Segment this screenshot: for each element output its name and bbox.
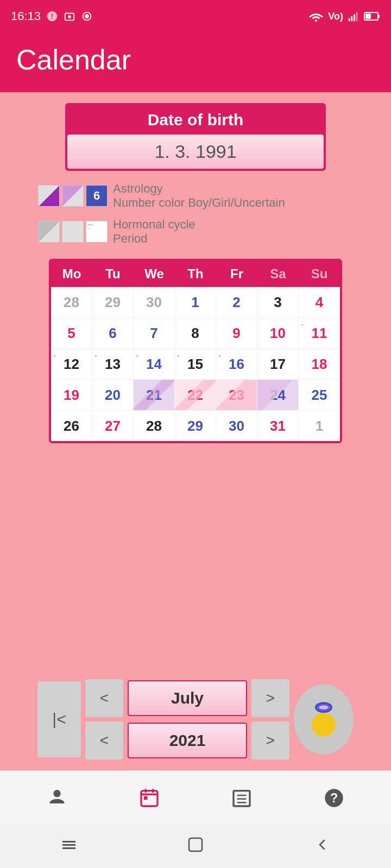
calendar-row-3: .. 12 .. 13 .. 14 .. 15 .. 16 <box>51 349 340 380</box>
col-we: We <box>134 264 175 284</box>
cell-3[interactable]: 3 <box>257 287 299 317</box>
system-home-button[interactable] <box>187 836 204 857</box>
svg-rect-31 <box>189 838 202 851</box>
svg-rect-6 <box>351 16 352 21</box>
legend-row-astrology: 6 Astrology Number color Boy/Girl/Uncert… <box>38 182 285 210</box>
cell-29[interactable]: 29 <box>175 411 216 441</box>
dob-label: Date of birth <box>67 105 324 135</box>
baby-icon <box>305 698 343 741</box>
cell-30[interactable]: 30 <box>216 411 257 441</box>
cell-4[interactable]: 4 <box>299 287 340 317</box>
svg-rect-30 <box>62 847 75 849</box>
svg-rect-15 <box>321 714 326 722</box>
swatch-light-grey <box>62 221 84 242</box>
cell-14[interactable]: .. 14 <box>134 349 175 379</box>
system-back-button[interactable] <box>313 836 331 857</box>
svg-rect-29 <box>62 844 75 846</box>
cell-18[interactable]: 18 <box>299 349 340 379</box>
cell-12[interactable]: .. 12 <box>51 349 92 379</box>
cell-2[interactable]: 2 <box>216 287 257 317</box>
baby-button[interactable] <box>294 684 354 755</box>
legend-icons-hormonal: .. <box>38 221 108 242</box>
first-month-button[interactable]: |< <box>37 681 81 757</box>
calendar-row-1: 28 29 30 1 2 3 4 <box>51 287 340 318</box>
swatch-number: 6 <box>86 185 108 207</box>
dob-container[interactable]: Date of birth 1. 3. 1991 <box>65 103 326 171</box>
cell-16[interactable]: .. 16 <box>216 349 257 379</box>
cell-1[interactable]: 1 <box>175 287 216 317</box>
cell-22[interactable]: 22 <box>175 380 216 410</box>
cell-29-prev[interactable]: 29 <box>92 287 134 317</box>
header: Calendar <box>0 33 391 92</box>
nav-person[interactable] <box>35 783 79 813</box>
record-icon <box>81 10 93 22</box>
nav-help[interactable]: ? <box>312 783 356 813</box>
cell-30-prev[interactable]: 30 <box>134 287 175 317</box>
legend-period-text: Period <box>113 232 195 246</box>
cell-10[interactable]: 10 <box>257 318 299 348</box>
cell-6[interactable]: 6 <box>92 318 134 348</box>
main-content: Date of birth 1. 3. 1991 6 Astrology Num… <box>0 92 391 668</box>
next-month-button[interactable]: > <box>251 679 289 717</box>
cell-28-prev[interactable]: 28 <box>51 287 92 317</box>
legend-number-color-text: Number color Boy/Girl/Uncertain <box>113 196 285 210</box>
status-time: 16:13 <box>11 9 41 23</box>
cell-13[interactable]: .. 13 <box>92 349 134 379</box>
legend-hormonal-text: Hormonal cycle <box>113 218 195 232</box>
svg-rect-11 <box>365 14 371 19</box>
cell-9[interactable]: 9 <box>216 318 257 348</box>
status-left: 16:13 <box>11 9 93 23</box>
bottom-nav: ? <box>0 770 391 825</box>
cell-27[interactable]: 27 <box>92 411 134 441</box>
bottom-controls: |< < July > < 2021 > <box>0 668 391 770</box>
cell-25[interactable]: 25 <box>299 380 340 410</box>
cell-11[interactable]: .. 11 <box>299 318 340 348</box>
svg-rect-5 <box>349 18 350 21</box>
nav-list[interactable] <box>220 783 263 813</box>
cell-31[interactable]: 31 <box>257 411 299 441</box>
svg-rect-7 <box>354 14 355 21</box>
col-sa: Sa <box>257 264 299 284</box>
cell-5[interactable]: 5 <box>51 318 92 348</box>
cell-7[interactable]: 7 <box>134 318 175 348</box>
svg-point-13 <box>318 705 329 710</box>
month-display[interactable]: July <box>128 680 247 716</box>
cell-20[interactable]: 20 <box>92 380 134 410</box>
cell-24[interactable]: 24 <box>257 380 299 410</box>
col-th: Th <box>175 264 216 284</box>
prev-year-button[interactable]: < <box>85 722 123 760</box>
svg-rect-8 <box>356 12 358 21</box>
nav-calendar[interactable] <box>128 783 171 813</box>
dob-value: 1. 3. 1991 <box>67 135 324 169</box>
system-menu-button[interactable] <box>60 836 78 857</box>
legend-row-hormonal: .. Hormonal cycle Period <box>38 218 285 246</box>
cell-17[interactable]: 17 <box>257 349 299 379</box>
cell-19[interactable]: 19 <box>51 380 92 410</box>
cell-21[interactable]: 21 <box>134 380 175 410</box>
cell-26[interactable]: 26 <box>51 411 92 441</box>
legend-astrology-text: Astrology <box>113 182 285 196</box>
cell-15[interactable]: .. 15 <box>175 349 216 379</box>
calendar-body: 28 29 30 1 2 3 4 5 6 7 8 9 10 .. 11 <box>51 287 340 441</box>
legend-icons-astrology: 6 <box>38 185 108 207</box>
calendar-icon <box>138 787 160 809</box>
svg-point-1 <box>68 15 71 18</box>
home-circle-icon <box>187 836 204 853</box>
person-icon <box>46 787 68 809</box>
help-icon: ? <box>323 787 345 809</box>
calendar: Mo Tu We Th Fr Sa Su 28 29 30 1 2 3 4 5 … <box>49 259 342 443</box>
cell-23[interactable]: 23 <box>216 380 257 410</box>
next-year-button[interactable]: > <box>251 722 289 760</box>
legend: 6 Astrology Number color Boy/Girl/Uncert… <box>38 182 285 250</box>
cell-28[interactable]: 28 <box>134 411 175 441</box>
year-row: < 2021 > <box>85 722 289 760</box>
page-title: Calendar <box>16 43 375 76</box>
cell-1-next[interactable]: 1 <box>299 411 340 441</box>
prev-month-button[interactable]: < <box>85 679 123 717</box>
notification-icon <box>46 10 58 22</box>
menu-icon <box>60 836 78 853</box>
year-display[interactable]: 2021 <box>128 723 247 758</box>
svg-point-3 <box>85 14 89 18</box>
cell-8[interactable]: 8 <box>175 318 216 348</box>
month-row: < July > <box>85 679 289 717</box>
